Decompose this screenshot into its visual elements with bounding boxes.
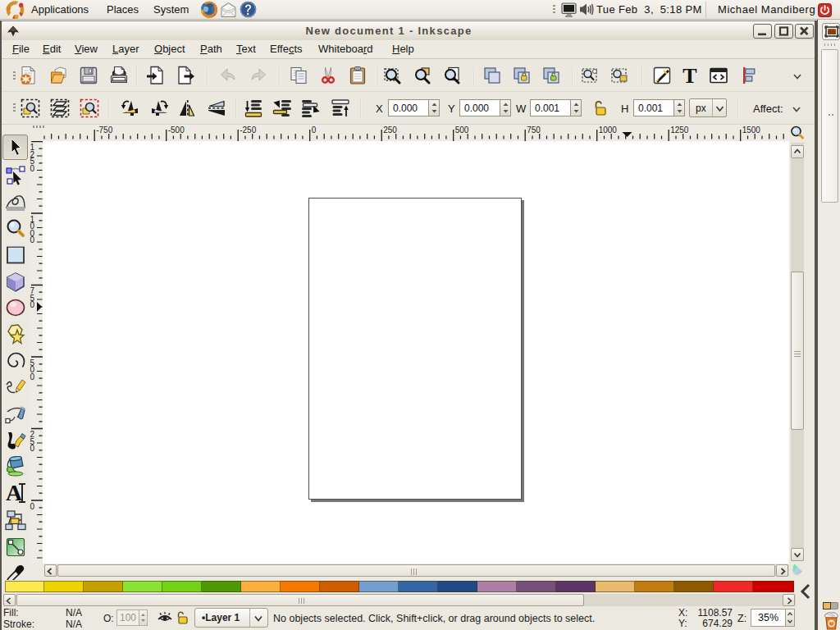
- svg-text:0: 0: [312, 126, 317, 135]
- svg-text:500: 500: [455, 126, 469, 135]
- svg-text:0: 0: [30, 444, 35, 453]
- svg-text:1250: 1250: [670, 126, 689, 135]
- svg-text:-750: -750: [96, 126, 112, 135]
- svg-text:750: 750: [527, 126, 541, 135]
- svg-text:250: 250: [383, 126, 397, 135]
- svg-text:-250: -250: [240, 126, 256, 135]
- svg-text:0: 0: [30, 372, 35, 381]
- svg-text:0: 0: [30, 164, 35, 173]
- svg-text:1000: 1000: [599, 126, 618, 135]
- svg-text:1500: 1500: [742, 126, 761, 135]
- svg-text:-500: -500: [168, 126, 185, 135]
- svg-text:0: 0: [30, 502, 35, 511]
- svg-text:0: 0: [30, 300, 35, 309]
- svg-text:0: 0: [30, 235, 35, 244]
